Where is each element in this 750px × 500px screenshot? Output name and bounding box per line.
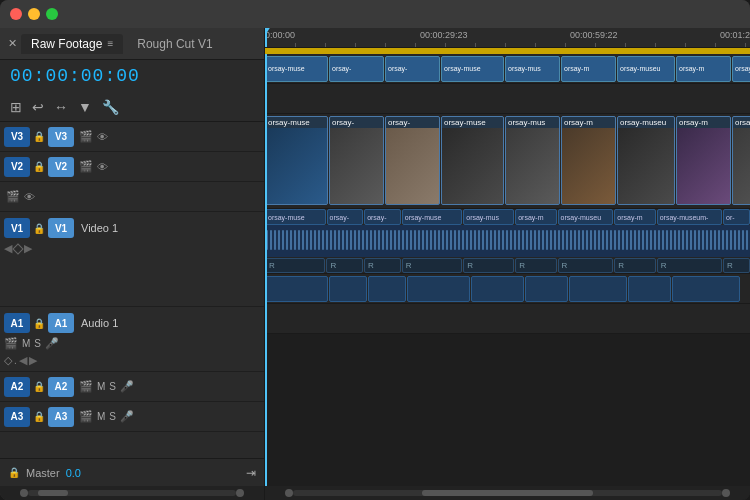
a3-mic-icon[interactable]: 🎤	[120, 410, 134, 423]
a1-seg-6[interactable]: orsay-m	[515, 209, 556, 225]
a1-seg-3[interactable]: orsay-	[364, 209, 401, 225]
a1-film-icon[interactable]: 🎬	[4, 337, 18, 350]
v3-track-button[interactable]: V3	[4, 127, 30, 147]
v1-eye2-icon[interactable]: 👁	[24, 191, 35, 203]
v1-clip-6[interactable]: orsay-m	[561, 116, 616, 205]
v1-clip-5[interactable]: orsay-mus	[505, 116, 560, 205]
a1-timeline-row[interactable]: orsay-muse orsay- orsay- orsay-muse orsa	[265, 209, 750, 274]
a1-seg-1[interactable]: orsay-muse	[265, 209, 326, 225]
a1-nav-left[interactable]: ◀	[19, 354, 27, 367]
a1-seg-2[interactable]: orsay-	[327, 209, 364, 225]
a3-track-button[interactable]: A3	[4, 407, 30, 427]
v1-name-btn[interactable]: V1	[48, 218, 74, 238]
v1-film2-icon[interactable]: 🎬	[6, 190, 20, 203]
v2-name-btn[interactable]: V2	[48, 157, 74, 177]
a2-mic-icon[interactable]: 🎤	[120, 380, 134, 393]
a2-film-icon[interactable]: 🎬	[79, 380, 93, 393]
v1-nav-left[interactable]: ◀	[4, 242, 12, 255]
tab-close-icon[interactable]: ✕	[8, 37, 17, 50]
a1-seg-5[interactable]: orsay-mus	[463, 209, 514, 225]
a2-name-btn[interactable]: A2	[48, 377, 74, 397]
v1-clip-2[interactable]: orsay-	[329, 116, 384, 205]
a3-m-btn[interactable]: M	[97, 411, 105, 422]
v1-clip-9[interactable]: orsay-museum-	[732, 116, 750, 205]
v3-clip-9[interactable]: orsay-museum-	[732, 56, 750, 82]
v1-keyframe-diamond[interactable]	[12, 243, 23, 254]
v1-track-button[interactable]: V1	[4, 218, 30, 238]
v1-clip-8[interactable]: orsay-m	[676, 116, 731, 205]
v1-lock-icon[interactable]: 🔒	[33, 223, 45, 234]
v3-film-icon[interactable]: 🎬	[79, 130, 93, 143]
a3-s-btn[interactable]: S	[109, 411, 116, 422]
a2-clip-8[interactable]	[628, 276, 671, 302]
a1-seg-10[interactable]: or-	[723, 209, 750, 225]
a3-name-btn[interactable]: A3	[48, 407, 74, 427]
v1-nav-right[interactable]: ▶	[24, 242, 32, 255]
a1-seg-4[interactable]: orsay-muse	[402, 209, 463, 225]
a2-clip-4[interactable]	[407, 276, 470, 302]
a2-track-button[interactable]: A2	[4, 377, 30, 397]
a3-timeline-row[interactable]	[265, 304, 750, 334]
a1-mic-icon[interactable]: 🎤	[45, 337, 59, 350]
v3-timeline-row[interactable]: orsay-muse orsay- orsay- orsay-muse orsa…	[265, 54, 750, 84]
selection-icon[interactable]: ↔	[54, 99, 68, 115]
a2-clip-5[interactable]	[471, 276, 524, 302]
v3-eye-icon[interactable]: 👁	[97, 131, 108, 143]
v2-track-button[interactable]: V2	[4, 157, 30, 177]
close-button[interactable]	[10, 8, 22, 20]
v1-clip-1[interactable]: orsay-muse	[265, 116, 328, 205]
v3-clip-6[interactable]: orsay-m	[561, 56, 616, 82]
a2-clip-1[interactable]	[265, 276, 328, 302]
maximize-button[interactable]	[46, 8, 58, 20]
a3-film-icon[interactable]: 🎬	[79, 410, 93, 423]
a2-clip-7[interactable]	[569, 276, 627, 302]
a2-clip-6[interactable]	[525, 276, 568, 302]
v3-clip-2[interactable]: orsay-	[329, 56, 384, 82]
a1-seg-7[interactable]: orsay-museu	[558, 209, 614, 225]
v3-clip-5[interactable]: orsay-mus	[505, 56, 560, 82]
a1-m-btn[interactable]: M	[22, 338, 30, 349]
tab-raw-footage[interactable]: Raw Footage ≡	[21, 34, 123, 54]
a2-m-btn[interactable]: M	[97, 381, 105, 392]
a2-clip-9[interactable]	[672, 276, 740, 302]
v3-name-btn[interactable]: V3	[48, 127, 74, 147]
v2-timeline-row[interactable]	[265, 84, 750, 114]
a1-s-btn[interactable]: S	[34, 338, 41, 349]
v3-clip-4[interactable]: orsay-muse	[441, 56, 504, 82]
v2-film-icon[interactable]: 🎬	[79, 160, 93, 173]
master-goto-icon[interactable]: ⇥	[246, 466, 256, 480]
a1-name-btn[interactable]: A1	[48, 313, 74, 333]
a2-lock-icon[interactable]: 🔒	[33, 381, 45, 392]
a1-seg-9[interactable]: orsay-museum-	[657, 209, 722, 225]
timeline-scroll-track[interactable]	[293, 490, 722, 496]
pen-icon[interactable]: ▼	[78, 99, 92, 115]
a2-timeline-row[interactable]	[265, 274, 750, 304]
timeline-tracks[interactable]: orsay-muse orsay- orsay- orsay-muse orsa…	[265, 54, 750, 486]
v3-clip-8[interactable]: orsay-m	[676, 56, 731, 82]
a1-seg-8[interactable]: orsay-m	[614, 209, 655, 225]
left-scroll-thumb[interactable]	[38, 490, 68, 496]
settings-icon[interactable]: ⊞	[10, 99, 22, 115]
v1-timeline-row[interactable]: orsay-muse orsay- orsay- orsay-muse	[265, 114, 750, 209]
a2-s-btn[interactable]: S	[109, 381, 116, 392]
v3-lock-icon[interactable]: 🔒	[33, 131, 45, 142]
v3-clip-1[interactable]: orsay-muse	[265, 56, 328, 82]
a2-clip-2[interactable]	[329, 276, 367, 302]
minimize-button[interactable]	[28, 8, 40, 20]
undo-icon[interactable]: ↩	[32, 99, 44, 115]
tab-rough-cut[interactable]: Rough Cut V1	[127, 34, 222, 54]
a1-track-button[interactable]: A1	[4, 313, 30, 333]
v1-clip-3[interactable]: orsay-	[385, 116, 440, 205]
a2-clip-3[interactable]	[368, 276, 406, 302]
left-scroll-track[interactable]	[28, 490, 236, 496]
v2-lock-icon[interactable]: 🔒	[33, 161, 45, 172]
v3-clip-3[interactable]: orsay-	[385, 56, 440, 82]
a1-nav-right[interactable]: ▶	[29, 354, 37, 367]
a3-lock-icon[interactable]: 🔒	[33, 411, 45, 422]
v2-eye-icon[interactable]: 👁	[97, 161, 108, 173]
v1-clip-4[interactable]: orsay-muse	[441, 116, 504, 205]
timeline-scroll-thumb[interactable]	[422, 490, 594, 496]
v1-clip-7[interactable]: orsay-museu	[617, 116, 675, 205]
a1-lock-icon[interactable]: 🔒	[33, 318, 45, 329]
wrench-icon[interactable]: 🔧	[102, 99, 119, 115]
